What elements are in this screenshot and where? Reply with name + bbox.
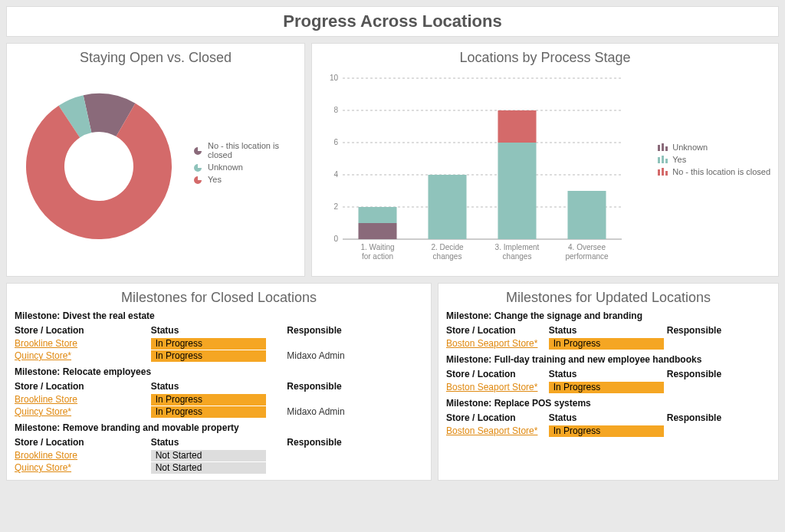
bar-swatch-icon bbox=[657, 156, 668, 163]
legend-item: Unknown bbox=[192, 163, 297, 172]
bar-segment bbox=[428, 175, 466, 239]
svg-text:changes: changes bbox=[433, 252, 462, 261]
status-badge: In Progress bbox=[151, 394, 266, 406]
col-status: Status bbox=[549, 323, 667, 337]
pie-swatch-icon bbox=[192, 163, 203, 171]
svg-text:4: 4 bbox=[333, 170, 338, 179]
milestone-heading: Milestone: Remove branding and movable p… bbox=[15, 422, 423, 433]
panel-staying-open: Staying Open vs. Closed No - this locati… bbox=[6, 43, 305, 277]
col-store: Store / Location bbox=[15, 435, 151, 449]
svg-rect-28 bbox=[665, 146, 668, 151]
legend-label: No - this location is closed bbox=[672, 167, 770, 176]
col-store: Store / Location bbox=[446, 411, 549, 425]
table-row: Quincy Store*Not Started bbox=[15, 461, 423, 474]
legend-label: Unknown bbox=[208, 163, 243, 172]
table-row: Boston Seaport Store*In Progress bbox=[446, 337, 770, 350]
svg-rect-27 bbox=[662, 143, 664, 151]
milestone-table: Store / Location Status ResponsibleBrook… bbox=[15, 435, 423, 474]
location-link[interactable]: Boston Seaport Store* bbox=[446, 425, 537, 436]
milestone-table: Store / Location Status ResponsibleBosto… bbox=[446, 411, 770, 437]
location-link[interactable]: Boston Seaport Store* bbox=[446, 338, 537, 349]
status-badge: In Progress bbox=[151, 406, 266, 418]
legend-item: Yes bbox=[657, 155, 770, 164]
location-link[interactable]: Quincy Store* bbox=[15, 406, 71, 417]
svg-text:0: 0 bbox=[333, 235, 338, 243]
status-badge: In Progress bbox=[549, 425, 664, 437]
location-link[interactable]: Brookline Store bbox=[15, 450, 77, 461]
status-badge: In Progress bbox=[151, 338, 266, 350]
responsible-cell bbox=[287, 461, 423, 474]
col-status: Status bbox=[549, 367, 667, 381]
bar-segment bbox=[498, 110, 536, 143]
status-badge: Not Started bbox=[151, 462, 266, 474]
responsible-cell bbox=[287, 393, 423, 406]
milestone-heading: Milestone: Divest the real estate bbox=[15, 310, 423, 321]
milestone-heading: Milestone: Full-day training and new emp… bbox=[446, 354, 770, 365]
col-status: Status bbox=[151, 323, 287, 337]
legend-item: No - this location is closed bbox=[657, 167, 770, 176]
col-store: Store / Location bbox=[15, 379, 151, 393]
svg-text:4. Oversee: 4. Oversee bbox=[568, 243, 606, 251]
pie-swatch-icon bbox=[192, 146, 203, 154]
panel-milestones-updated: Milestones for Updated Locations Milesto… bbox=[438, 283, 779, 481]
svg-rect-30 bbox=[662, 156, 664, 163]
responsible-cell: Midaxo Admin bbox=[287, 406, 423, 418]
location-link[interactable]: Quincy Store* bbox=[15, 462, 71, 473]
legend-label: Yes bbox=[208, 175, 222, 184]
bar-legend: UnknownYesNo - this location is closed bbox=[657, 140, 770, 179]
status-badge: Not Started bbox=[151, 450, 266, 461]
location-link[interactable]: Boston Seaport Store* bbox=[446, 382, 537, 392]
milestone-table: Store / Location Status ResponsibleBosto… bbox=[446, 323, 770, 350]
responsible-cell bbox=[667, 337, 770, 350]
col-status: Status bbox=[151, 379, 287, 393]
svg-rect-29 bbox=[658, 157, 660, 163]
legend-item: Yes bbox=[192, 175, 297, 184]
pie-legend: No - this location is closedUnknownYes bbox=[192, 138, 297, 187]
col-resp: Responsible bbox=[287, 323, 423, 337]
col-resp: Responsible bbox=[287, 379, 423, 393]
responsible-cell: Midaxo Admin bbox=[287, 350, 423, 362]
legend-label: No - this location is closed bbox=[208, 141, 297, 159]
col-resp: Responsible bbox=[667, 323, 770, 337]
col-status: Status bbox=[151, 435, 287, 449]
legend-item: Unknown bbox=[657, 143, 770, 152]
table-row: Quincy Store*In ProgressMidaxo Admin bbox=[15, 406, 423, 418]
svg-rect-33 bbox=[662, 168, 664, 176]
responsible-cell bbox=[667, 425, 770, 437]
milestone-heading: Milestone: Relocate employees bbox=[15, 366, 423, 377]
svg-text:3. Implement: 3. Implement bbox=[495, 243, 540, 251]
milestone-heading: Milestone: Replace POS systems bbox=[446, 398, 770, 409]
legend-label: Unknown bbox=[672, 143, 708, 152]
svg-text:2: 2 bbox=[333, 202, 338, 211]
legend-item: No - this location is closed bbox=[192, 141, 297, 159]
bar-segment bbox=[358, 223, 396, 239]
svg-text:1. Waiting: 1. Waiting bbox=[360, 243, 394, 251]
svg-rect-31 bbox=[665, 159, 668, 163]
svg-text:2. Decide: 2. Decide bbox=[431, 243, 464, 251]
milestone-table: Store / Location Status ResponsibleBrook… bbox=[15, 323, 423, 362]
svg-rect-26 bbox=[658, 145, 660, 151]
updated-title: Milestones for Updated Locations bbox=[446, 290, 770, 306]
page-title: Progress Across Locations bbox=[6, 6, 779, 37]
location-link[interactable]: Brookline Store bbox=[15, 338, 77, 349]
milestone-heading: Milestone: Change the signage and brandi… bbox=[446, 310, 770, 321]
col-resp: Responsible bbox=[667, 411, 770, 425]
col-store: Store / Location bbox=[446, 323, 549, 337]
svg-text:10: 10 bbox=[330, 74, 339, 82]
responsible-cell bbox=[667, 381, 770, 393]
status-badge: In Progress bbox=[151, 350, 266, 362]
svg-text:changes: changes bbox=[503, 252, 532, 261]
table-row: Brookline StoreIn Progress bbox=[15, 337, 423, 350]
panel-process-stage: Locations by Process Stage 24681001. Wai… bbox=[311, 43, 779, 277]
location-link[interactable]: Brookline Store bbox=[15, 394, 77, 405]
svg-text:for action: for action bbox=[362, 252, 393, 261]
panel-milestones-closed: Milestones for Closed Locations Mileston… bbox=[6, 283, 432, 481]
svg-text:performance: performance bbox=[565, 252, 609, 261]
col-store: Store / Location bbox=[15, 323, 151, 337]
pie-swatch-icon bbox=[192, 176, 203, 183]
location-link[interactable]: Quincy Store* bbox=[15, 350, 71, 361]
status-badge: In Progress bbox=[549, 382, 664, 393]
table-row: Boston Seaport Store*In Progress bbox=[446, 425, 770, 437]
svg-rect-5 bbox=[198, 176, 202, 180]
col-resp: Responsible bbox=[287, 435, 423, 449]
